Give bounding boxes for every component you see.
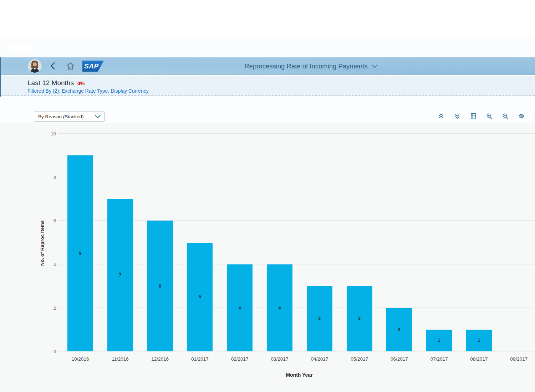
chart-toolbar-icons [438,113,535,119]
expand-all-button[interactable] [454,113,460,119]
x-tick-label: 12/2016 [144,356,176,362]
x-axis-title: Month Year [286,372,312,378]
title-dropdown-button[interactable] [372,65,378,68]
collapse-all-button[interactable] [438,113,444,119]
bar[interactable]: 1 [426,330,452,351]
x-tick-label: 04/2017 [304,356,336,362]
y-gridline [58,177,535,177]
y-tick-label: 0 [41,349,56,354]
y-tick-label: 4 [41,262,56,267]
zoom-in-icon [486,113,493,119]
x-tick-label: 10/2016 [64,356,96,362]
y-gridline [58,133,535,134]
bar[interactable]: 3 [307,286,332,351]
bar-value-label: 3 [318,316,321,321]
y-tick-label: 6 [41,218,56,223]
x-tick-label: 08/2017 [463,356,495,362]
traffic-light-close[interactable] [6,45,13,51]
browser-window: SAP Reprocessing Rate of Incoming Paymen… [0,37,535,392]
zoom-out-button[interactable] [502,113,509,119]
bar[interactable]: 5 [187,243,213,352]
table-view-icon [470,113,477,119]
view-selector-dropdown[interactable]: By Reason (Stacked) [34,112,105,122]
traffic-light-minimize[interactable] [17,45,24,51]
bar-value-label: 7 [119,273,121,278]
x-tick-label: 07/2017 [423,356,455,362]
bar[interactable]: 2 [386,308,412,351]
bar-value-label: 9 [79,251,82,256]
bar[interactable]: 9 [67,155,93,351]
x-tick-label: 03/2017 [264,356,296,362]
bar[interactable]: 7 [107,199,133,351]
bar-value-label: 3 [358,316,361,321]
settings-icon [518,113,525,119]
collapse-all-icon [438,113,444,119]
y-tick-label: 8 [41,175,56,180]
bar-value-label: 1 [478,338,480,343]
zoom-out-icon [502,113,509,119]
browser-chrome [0,37,535,57]
chevron-down-icon [95,115,101,119]
y-tick-label: 10 [41,131,56,136]
traffic-light-maximize[interactable] [27,45,34,51]
chart-plot-area: 0246810910/2016711/2016612/2016501/20174… [59,134,535,351]
y-tick-label: 2 [41,305,56,310]
page-title: Reprocessing Rate of Incoming Payments [244,62,368,70]
x-tick-label: 06/2017 [383,356,415,362]
bar-chart: No. of Reproc Items 0246810910/2016711/2… [0,123,535,392]
x-tick-label: 09/2017 [503,356,535,362]
view-selector-value: By Reason (Stacked) [38,114,84,119]
x-tick-label: 11/2016 [104,356,136,362]
bar[interactable]: 4 [227,264,253,351]
bar[interactable]: 4 [267,264,292,351]
bar-value-label: 6 [159,284,161,289]
bar[interactable]: 3 [347,286,372,351]
chevron-down-icon [372,65,378,68]
bar[interactable]: 1 [466,330,492,351]
filter-link[interactable]: Filtered By (2): Exchange Rate Type, Dis… [27,88,535,94]
bar-value-label: 4 [279,305,281,310]
bar-value-label: 5 [199,294,201,299]
x-tick-label: 02/2017 [224,356,256,362]
traffic-lights [6,45,34,51]
expand-all-icon [454,113,460,119]
zoom-in-button[interactable] [486,113,493,119]
bar-value-label: 4 [239,305,241,310]
window-edge-accent [0,57,1,97]
period-label: Last 12 Months [27,79,74,87]
chart-toolbar: By Reason (Stacked) [0,96,535,123]
kpi-subheader: Last 12 Months 0% Filtered By (2): Excha… [0,76,535,96]
bar-value-label: 1 [438,338,440,343]
delta-badge: 0% [77,81,85,86]
bar-value-label: 2 [398,327,401,332]
bar[interactable]: 6 [147,221,173,351]
y-axis-title: No. of Reproc Items [40,220,45,266]
x-tick-label: 01/2017 [184,356,216,362]
settings-button[interactable] [518,113,525,119]
table-view-button[interactable] [470,113,477,119]
x-tick-label: 05/2017 [343,356,376,362]
app-header-bar: SAP Reprocessing Rate of Incoming Paymen… [0,57,535,75]
